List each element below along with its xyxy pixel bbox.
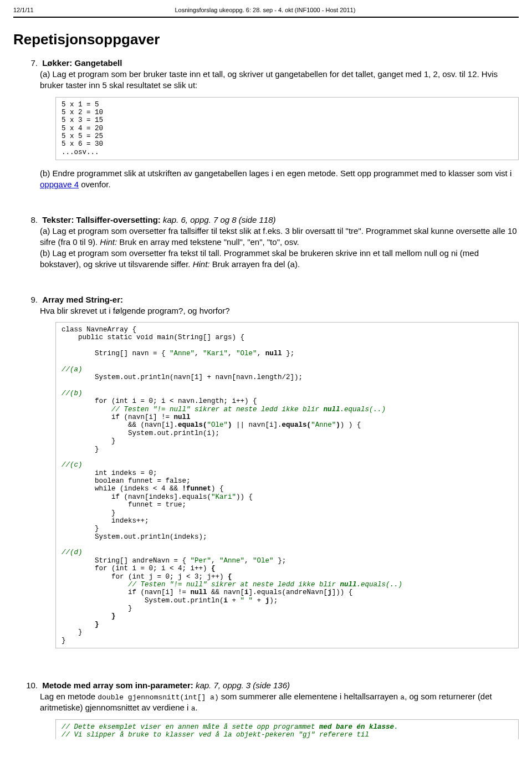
task-9-title: Array med String-er:: [42, 295, 123, 304]
page-header: 12/1/11 Losningsforslag ukeoppg. 6: 28. …: [13, 7, 519, 13]
header-rule: [13, 17, 519, 18]
page-title: Repetisjonsoppgaver: [13, 31, 519, 48]
task-7b-body: (b) Endre programmet slik at utskriften …: [40, 168, 519, 191]
task-7-title: Løkker: Gangetabell: [42, 58, 122, 68]
task-7-number: 7.: [24, 58, 38, 68]
task-8-number: 8.: [24, 215, 38, 224]
task-10-number: 10.: [24, 681, 38, 690]
task-8-body: (a) Lag et program som oversetter fra ta…: [40, 226, 519, 270]
task-10-heading: 10. Metode med array som inn-parameter: …: [40, 681, 519, 690]
task-10-title: Metode med array som inn-parameter:: [42, 681, 193, 690]
task-7-code: 5 x 1 = 5 5 x 2 = 10 5 x 3 = 15 5 x 4 = …: [55, 97, 519, 161]
task-10-code: // Dette eksemplet viser en annen måte å…: [55, 719, 519, 739]
task-9-number: 9.: [24, 295, 38, 304]
task-9-heading: 9. Array med String-er:: [40, 295, 519, 304]
task-7-heading: 7. Løkker: Gangetabell: [40, 58, 519, 68]
header-date: 12/1/11: [13, 7, 34, 13]
task-7a-body: (a) Lag et program som ber bruker taste …: [40, 69, 519, 91]
oppgave-4-link[interactable]: oppgave 4: [40, 180, 79, 189]
task-10-ref: kap. 7, oppg. 3 (side 136): [193, 681, 290, 690]
task-9-code: class NavneArray { public static void ma…: [55, 322, 519, 648]
header-title: Losningsforslag ukeoppg. 6: 28. sep - 4.…: [34, 7, 497, 13]
task-10-body: Lag en metode double gjennomsnitt(int[] …: [40, 691, 519, 714]
task-8-heading: 8. Tekster: Tallsiffer-oversetting: kap.…: [40, 215, 519, 224]
task-8-title: Tekster: Tallsiffer-oversetting:: [42, 215, 161, 224]
task-9-body: Hva blir skrevet ut i følgende program?,…: [40, 305, 519, 316]
task-8-ref: kap. 6, oppg. 7 og 8 (side 118): [161, 215, 276, 224]
